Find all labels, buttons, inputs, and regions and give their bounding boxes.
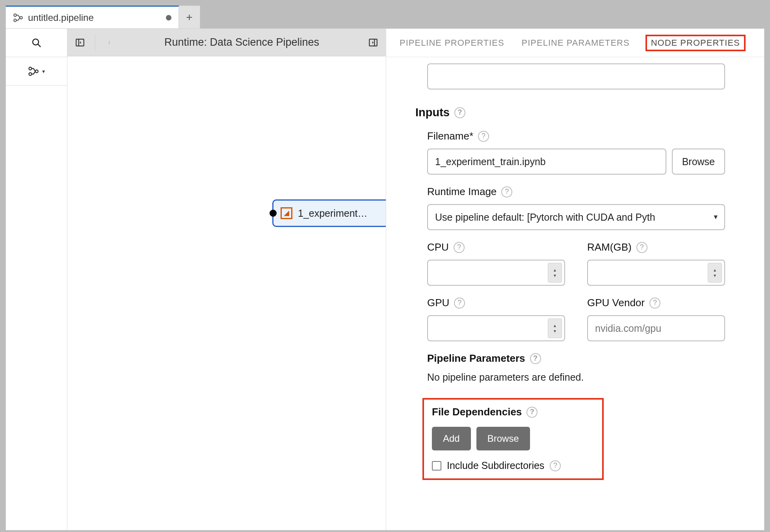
tab-title: untitled.pipeline [28, 12, 166, 23]
tab-pipeline-properties[interactable]: PIPELINE PROPERTIES [398, 37, 506, 49]
no-params-text: No pipeline parameters are defined. [427, 372, 752, 383]
svg-point-8 [109, 41, 110, 41]
node-label-input[interactable] [427, 63, 725, 89]
panel-right-button[interactable] [361, 29, 386, 56]
search-icon [31, 37, 43, 49]
svg-point-10 [109, 43, 110, 44]
panel-left-icon [75, 37, 85, 48]
svg-point-6 [35, 70, 38, 73]
gpu-label: GPU [427, 297, 449, 309]
svg-point-1 [14, 19, 17, 22]
cpu-label: CPU [427, 241, 449, 253]
help-icon[interactable]: ? [526, 407, 538, 418]
properties-tabs: PIPELINE PROPERTIES PIPELINE PARAMETERS … [386, 29, 764, 57]
runtime-title: Runtime: Data Science Pipelines [123, 36, 361, 48]
file-tab[interactable]: untitled.pipeline [6, 6, 179, 28]
add-file-dep-button[interactable]: Add [432, 427, 471, 450]
svg-point-5 [29, 73, 32, 75]
kebab-menu-icon [109, 37, 112, 48]
pipeline-canvas[interactable]: ◢ 1_experiment… [67, 56, 386, 530]
stepper-icon[interactable]: ▴▾ [708, 263, 722, 283]
help-icon[interactable]: ? [501, 186, 512, 197]
chevron-down-icon: ▼ [712, 214, 719, 221]
help-icon[interactable]: ? [454, 107, 465, 118]
svg-point-2 [20, 16, 22, 19]
ram-label: RAM(GB) [587, 241, 632, 253]
cpu-input[interactable] [427, 260, 565, 286]
browse-filename-button[interactable]: Browse [672, 149, 725, 175]
runtime-image-select[interactable]: Use pipeline default: [Pytorch with CUDA… [427, 204, 725, 230]
file-dependencies-heading: File Dependencies [432, 406, 522, 418]
gpu-vendor-input[interactable] [587, 315, 725, 341]
svg-point-9 [109, 42, 110, 43]
properties-pane: PIPELINE PROPERTIES PIPELINE PARAMETERS … [386, 29, 764, 530]
add-tab-button[interactable]: + [179, 6, 200, 28]
filename-input[interactable] [427, 149, 666, 175]
canvas-toolbar: Runtime: Data Science Pipelines [67, 29, 386, 56]
ram-input[interactable] [587, 260, 725, 286]
panel-right-icon [368, 37, 378, 48]
tab-node-properties[interactable]: NODE PROPERTIES [645, 35, 746, 51]
notebook-node-icon: ◢ [281, 207, 292, 219]
include-subdirs-checkbox[interactable] [432, 461, 441, 471]
pipeline-palette-icon [28, 66, 39, 77]
chevron-down-icon: ▾ [42, 68, 45, 74]
help-icon[interactable]: ? [478, 131, 489, 142]
help-icon[interactable]: ? [550, 460, 561, 471]
pipeline-parameters-heading: Pipeline Parameters [427, 352, 525, 365]
gpu-vendor-label: GPU Vendor [587, 297, 645, 309]
panel-left-button[interactable] [67, 29, 93, 56]
svg-point-0 [14, 14, 17, 17]
stepper-icon[interactable]: ▴▾ [548, 263, 562, 283]
pipeline-node[interactable]: ◢ 1_experiment… [272, 199, 386, 227]
left-rail: ▾ [6, 29, 67, 530]
help-icon[interactable]: ? [649, 298, 660, 309]
node-input-port[interactable] [270, 210, 277, 217]
tab-dirty-indicator-icon [166, 15, 171, 20]
help-icon[interactable]: ? [454, 298, 465, 309]
browse-file-dep-button[interactable]: Browse [476, 427, 530, 450]
canvas-pane: Runtime: Data Science Pipelines ◢ 1_expe… [67, 29, 386, 530]
pipeline-icon [13, 13, 23, 23]
node-label: 1_experiment… [298, 208, 367, 219]
tab-pipeline-parameters[interactable]: PIPELINE PARAMETERS [520, 37, 631, 49]
menu-button[interactable] [98, 29, 123, 56]
svg-point-3 [33, 39, 39, 45]
include-subdirs-label: Include Subdirectories [447, 460, 544, 471]
pipeline-palette-button[interactable]: ▾ [6, 57, 67, 86]
file-dependencies-highlight: File Dependencies ? Add Browse Include S… [422, 398, 604, 480]
search-button[interactable] [6, 29, 67, 57]
runtime-image-label: Runtime Image [427, 186, 497, 198]
inputs-heading: Inputs [415, 106, 450, 119]
svg-point-4 [29, 67, 32, 70]
plus-icon: + [186, 11, 192, 24]
runtime-image-value: Use pipeline default: [Pytorch with CUDA… [435, 212, 655, 223]
gpu-input[interactable] [427, 315, 565, 341]
help-icon[interactable]: ? [530, 353, 541, 364]
divider [95, 34, 95, 51]
help-icon[interactable]: ? [636, 242, 647, 253]
help-icon[interactable]: ? [454, 242, 465, 253]
tab-bar: untitled.pipeline + [6, 6, 764, 28]
stepper-icon[interactable]: ▴▾ [548, 318, 562, 338]
filename-label: Filename* [427, 130, 473, 142]
